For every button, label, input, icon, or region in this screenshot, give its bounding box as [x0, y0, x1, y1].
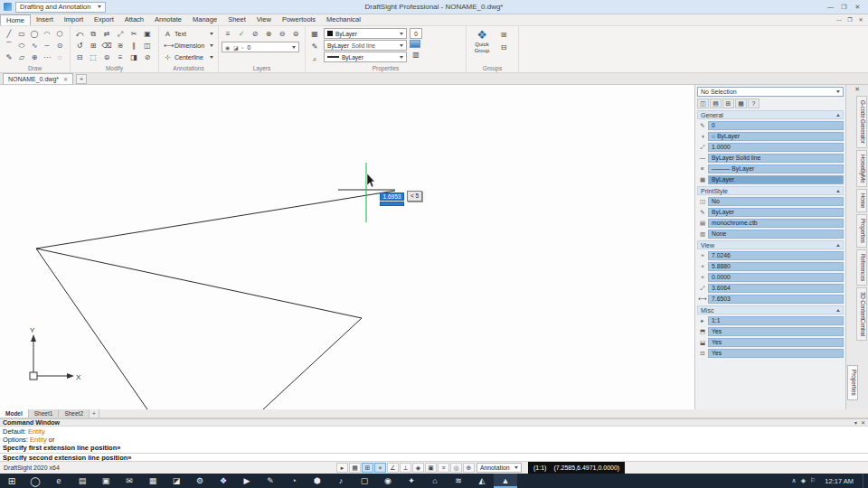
status-toggle-button[interactable]: ∠ — [387, 463, 399, 473]
property-value-field[interactable]: None — [708, 230, 844, 239]
modify-tool-icon[interactable]: ⧉ — [87, 28, 99, 40]
clock[interactable]: 12:17 AM — [819, 477, 859, 485]
lineweight-dropdown[interactable]: ByLayer — [324, 52, 407, 62]
taskbar-app-icon[interactable]: ⌂ — [423, 474, 447, 488]
property-value-field[interactable]: 7.6503 — [708, 295, 844, 304]
status-toggle-button[interactable]: ▦ — [349, 463, 361, 473]
dimension-angle-input[interactable]: < 5 — [407, 191, 422, 202]
menu-tab[interactable]: Home — [0, 14, 31, 25]
modify-tool-icon[interactable]: ⬚ — [87, 52, 99, 63]
drawing-canvas[interactable]: Y X 1.6953 < 5 — [0, 85, 694, 409]
modify-tool-icon[interactable]: ⊘ — [141, 52, 154, 63]
property-value-field[interactable]: Yes — [708, 349, 844, 358]
sheet-tab[interactable]: Sheet2 — [59, 409, 90, 418]
group-label-groups[interactable]: Groups — [467, 65, 518, 71]
layer-tool-icon[interactable]: ✓ — [235, 28, 248, 40]
property-value-field[interactable]: ByLayer — [708, 208, 844, 217]
layer-tool-icon[interactable]: ⊖ — [276, 28, 288, 40]
draw-tool-icon[interactable]: ┄ — [41, 40, 53, 52]
close-icon[interactable]: ✕ — [63, 76, 68, 82]
taskbar-app-icon[interactable]: ▶ — [235, 474, 259, 488]
palette-tool-button[interactable]: ▤ — [710, 99, 722, 108]
color-dropdown[interactable]: ByLayer — [324, 28, 407, 39]
taskbar-app-icon[interactable]: ▲ — [494, 474, 517, 488]
add-sheet-button[interactable]: + — [90, 409, 99, 418]
menu-tab[interactable]: Insert — [31, 14, 59, 25]
layer-dropdown[interactable]: ◉ ◪ ▫ 0 — [222, 42, 299, 52]
modify-tool-icon[interactable]: ⊜ — [100, 52, 113, 63]
property-tool-icon[interactable]: ▦ — [308, 28, 321, 40]
property-value-field[interactable]: Yes — [708, 338, 844, 347]
palette-side-tab[interactable]: G-code Generator — [856, 96, 867, 148]
taskbar-app-icon[interactable]: ✦ — [400, 474, 423, 488]
property-value-field[interactable]: ByLayer — [708, 175, 844, 184]
draw-tool-icon[interactable]: ⌒ — [3, 40, 15, 52]
draw-tool-icon[interactable]: ⬭ — [15, 40, 28, 52]
draw-tool-icon[interactable]: ⬡ — [53, 28, 66, 40]
group-label-draw[interactable]: Draw — [0, 65, 70, 71]
property-value-field[interactable]: Yes — [708, 327, 844, 336]
property-tool-icon[interactable]: ⌕ — [308, 53, 321, 65]
draw-tool-icon[interactable]: ∿ — [28, 40, 41, 52]
taskbar-app-icon[interactable]: ◉ — [376, 474, 400, 488]
modify-tool-icon[interactable]: ◫ — [141, 40, 154, 52]
group-tool-icon[interactable]: ⊟ — [497, 42, 510, 53]
status-toggle-button[interactable]: ◎ — [450, 463, 462, 473]
property-value-field[interactable]: ○ ByLayer — [708, 132, 844, 141]
sheet-tab[interactable]: Sheet1 — [29, 409, 60, 418]
palette-tool-button[interactable]: ⊞ — [722, 99, 734, 108]
status-toggle-button[interactable]: ≡ — [438, 463, 449, 473]
palette-side-tab[interactable]: HomeByMe — [856, 150, 867, 187]
modify-tool-icon[interactable]: ⊞ — [87, 40, 99, 52]
status-toggle-button[interactable]: ▣ — [425, 463, 437, 473]
status-toggle-button[interactable]: ⌖ — [374, 463, 386, 473]
property-value-field[interactable]: 3.6064 — [708, 284, 844, 293]
property-value-field[interactable]: 0 — [708, 121, 844, 130]
command-window-header[interactable]: Command Window ▾✕ — [0, 419, 868, 427]
layer-tool-icon[interactable]: ≡ — [222, 28, 234, 40]
layer-tool-icon[interactable]: ⊕ — [262, 28, 275, 40]
sheet-tab[interactable]: Model — [0, 409, 29, 418]
property-panel-icon[interactable]: ▥ — [410, 49, 422, 61]
taskbar-app-icon[interactable]: ▢ — [353, 474, 376, 488]
taskbar-app-icon[interactable]: ⚙ — [188, 474, 212, 488]
section-header-misc[interactable]: Misc — [697, 305, 844, 314]
help-button[interactable]: ? — [748, 99, 760, 108]
draw-tool-icon[interactable]: ◯ — [28, 28, 41, 40]
command-window-control-icon[interactable]: ✕ — [861, 419, 865, 426]
section-header-general[interactable]: General — [697, 110, 844, 119]
palette-side-tab[interactable]: Properties — [856, 214, 867, 248]
modify-tool-icon[interactable]: ▣ — [141, 28, 154, 40]
modify-tool-icon[interactable]: ⌫ — [100, 40, 113, 52]
section-header-view[interactable]: View — [697, 240, 844, 249]
status-toggle-button[interactable]: ⟂ — [400, 463, 411, 473]
command-window-control-icon[interactable]: ▾ — [854, 419, 857, 426]
modify-tool-icon[interactable]: ✂ — [127, 28, 140, 40]
draw-tool-icon[interactable]: ▱ — [15, 52, 28, 63]
taskbar-app-icon[interactable]: ◔ — [282, 474, 306, 488]
property-value-field[interactable]: ByLayer Solid line — [708, 154, 844, 163]
modify-tool-icon[interactable]: ≡ — [114, 52, 127, 63]
annotation-tool-button[interactable]: A Text — [162, 28, 215, 40]
menu-tab[interactable]: Import — [59, 14, 89, 25]
search-icon[interactable]: ◯ — [24, 474, 47, 488]
modify-tool-icon[interactable]: ⇄ — [100, 28, 113, 40]
modify-tool-icon[interactable]: ◨ — [127, 52, 140, 63]
window-control-button[interactable]: ❐ — [837, 1, 851, 14]
draw-tool-icon[interactable]: ╱ — [3, 28, 15, 40]
modify-tool-icon[interactable]: ≋ — [114, 40, 127, 52]
draw-tool-icon[interactable]: ◌ — [53, 52, 66, 63]
layer-tool-icon[interactable]: ⊜ — [289, 28, 302, 40]
property-value-field[interactable]: ——— ByLayer — [708, 164, 844, 174]
menu-tab[interactable]: Mechanical — [321, 14, 366, 25]
group-label-modify[interactable]: Modify — [71, 65, 158, 71]
menu-tab[interactable]: Annotate — [149, 14, 187, 25]
modify-tool-icon[interactable]: ∥ — [127, 40, 140, 52]
menu-tab[interactable]: Powertools — [277, 14, 321, 25]
show-desktop-button[interactable] — [863, 474, 866, 488]
status-toggle-button[interactable]: ⊕ — [463, 463, 475, 473]
taskbar-app-icon[interactable]: e — [47, 474, 71, 488]
taskbar-app-icon[interactable]: ♪ — [329, 474, 353, 488]
dimension-length-input[interactable]: 1.6953 — [380, 192, 404, 201]
window-control-button[interactable]: ✕ — [851, 1, 864, 14]
